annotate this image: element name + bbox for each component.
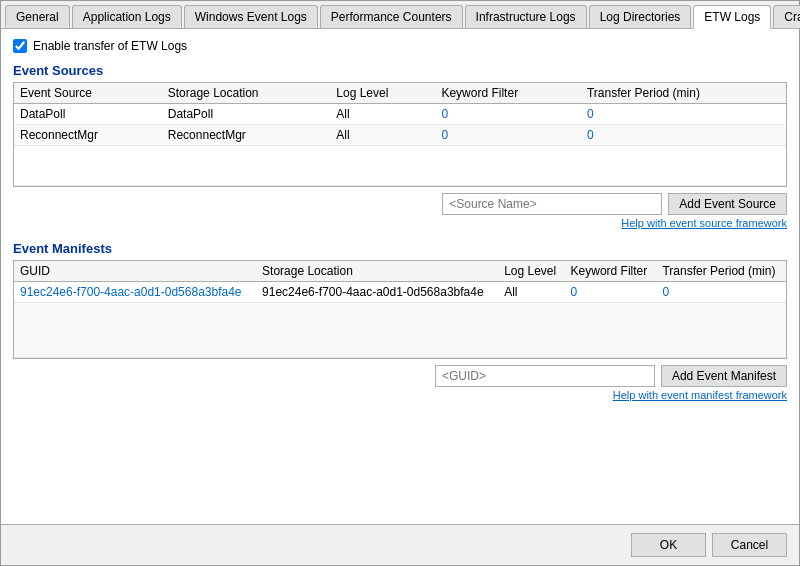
event-source-input-row: Add Event Source bbox=[13, 193, 787, 215]
cancel-button[interactable]: Cancel bbox=[712, 533, 787, 557]
storage-cell: ReconnectMgr bbox=[162, 125, 331, 146]
guid-input[interactable] bbox=[435, 365, 655, 387]
enable-transfer-row: Enable transfer of ETW Logs bbox=[13, 39, 787, 53]
event-sources-table: Event Source Storage Location Log Level … bbox=[14, 83, 786, 186]
source-name-cell: ReconnectMgr bbox=[14, 125, 162, 146]
tab-performance-counters[interactable]: Performance Counters bbox=[320, 5, 463, 28]
storage-cell: DataPoll bbox=[162, 104, 331, 125]
tab-log-directories[interactable]: Log Directories bbox=[589, 5, 692, 28]
event-sources-section: Event Sources Event Source Storage Locat… bbox=[13, 63, 787, 235]
source-name-input[interactable] bbox=[442, 193, 662, 215]
col-guid: GUID bbox=[14, 261, 256, 282]
col-log-level: Log Level bbox=[330, 83, 435, 104]
tab-crash-dumps[interactable]: Crash Dumps bbox=[773, 5, 800, 28]
event-manifests-table-container: GUID Storage Location Log Level Keyword … bbox=[13, 260, 787, 359]
source-name-cell: DataPoll bbox=[14, 104, 162, 125]
event-sources-table-container: Event Source Storage Location Log Level … bbox=[13, 82, 787, 187]
event-manifest-help-link[interactable]: Help with event manifest framework bbox=[13, 389, 787, 401]
transfer-cell: 0 bbox=[656, 282, 786, 303]
tab-infrastructure-logs[interactable]: Infrastructure Logs bbox=[465, 5, 587, 28]
table-row[interactable]: ReconnectMgr ReconnectMgr All 0 0 bbox=[14, 125, 786, 146]
col-transfer-period: Transfer Period (min) bbox=[581, 83, 786, 104]
transfer-cell: 0 bbox=[581, 125, 786, 146]
keyword-cell: 0 bbox=[435, 104, 581, 125]
col-transfer-period: Transfer Period (min) bbox=[656, 261, 786, 282]
empty-row bbox=[14, 303, 786, 358]
guid-cell: 91ec24e6-f700-4aac-a0d1-0d568a3bfa4e bbox=[14, 282, 256, 303]
keyword-cell: 0 bbox=[565, 282, 657, 303]
event-sources-title: Event Sources bbox=[13, 63, 787, 78]
event-source-help-link[interactable]: Help with event source framework bbox=[13, 217, 787, 229]
add-event-source-button[interactable]: Add Event Source bbox=[668, 193, 787, 215]
log-level-cell: All bbox=[330, 125, 435, 146]
event-manifests-title: Event Manifests bbox=[13, 241, 787, 256]
main-window: General Application Logs Windows Event L… bbox=[0, 0, 800, 566]
tab-general[interactable]: General bbox=[5, 5, 70, 28]
event-manifests-table: GUID Storage Location Log Level Keyword … bbox=[14, 261, 786, 358]
log-level-cell: All bbox=[330, 104, 435, 125]
col-storage-location: Storage Location bbox=[162, 83, 331, 104]
storage-cell: 91ec24e6-f700-4aac-a0d1-0d568a3bfa4e bbox=[256, 282, 498, 303]
col-keyword-filter: Keyword Filter bbox=[435, 83, 581, 104]
col-log-level: Log Level bbox=[498, 261, 564, 282]
event-manifest-input-row: Add Event Manifest bbox=[13, 365, 787, 387]
event-manifests-tbody: 91ec24e6-f700-4aac-a0d1-0d568a3bfa4e 91e… bbox=[14, 282, 786, 358]
enable-transfer-checkbox[interactable] bbox=[13, 39, 27, 53]
tab-etw-logs[interactable]: ETW Logs bbox=[693, 5, 771, 29]
transfer-cell: 0 bbox=[581, 104, 786, 125]
table-row[interactable]: DataPoll DataPoll All 0 0 bbox=[14, 104, 786, 125]
log-level-cell: All bbox=[498, 282, 564, 303]
tab-application-logs[interactable]: Application Logs bbox=[72, 5, 182, 28]
event-sources-tbody: DataPoll DataPoll All 0 0 ReconnectMgr R… bbox=[14, 104, 786, 186]
bottom-button-row: OK Cancel bbox=[1, 524, 799, 565]
enable-transfer-label: Enable transfer of ETW Logs bbox=[33, 39, 187, 53]
tab-content: Enable transfer of ETW Logs Event Source… bbox=[1, 29, 799, 524]
add-event-manifest-button[interactable]: Add Event Manifest bbox=[661, 365, 787, 387]
event-manifests-section: Event Manifests GUID Storage Location Lo… bbox=[13, 241, 787, 407]
tab-bar: General Application Logs Windows Event L… bbox=[1, 1, 799, 29]
col-storage-location: Storage Location bbox=[256, 261, 498, 282]
col-keyword-filter: Keyword Filter bbox=[565, 261, 657, 282]
empty-row bbox=[14, 146, 786, 186]
col-event-source: Event Source bbox=[14, 83, 162, 104]
table-row[interactable]: 91ec24e6-f700-4aac-a0d1-0d568a3bfa4e 91e… bbox=[14, 282, 786, 303]
ok-button[interactable]: OK bbox=[631, 533, 706, 557]
tab-windows-event-logs[interactable]: Windows Event Logs bbox=[184, 5, 318, 28]
keyword-cell: 0 bbox=[435, 125, 581, 146]
